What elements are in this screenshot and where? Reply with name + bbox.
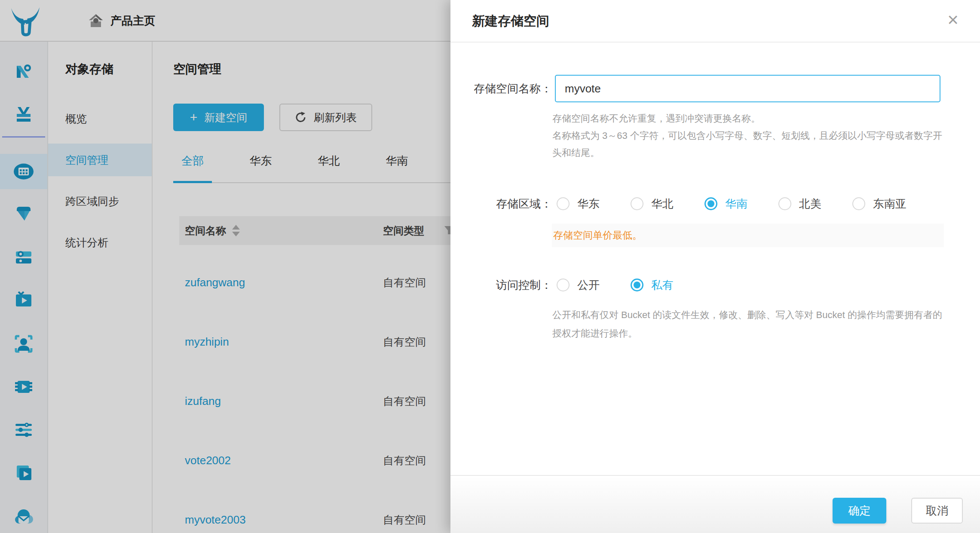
radio-beimei[interactable]: 北美: [778, 196, 821, 211]
radio-circle-icon: [704, 197, 717, 210]
radio-public[interactable]: 公开: [557, 278, 600, 293]
bucket-name-label: 存储空间名称：: [468, 75, 552, 102]
region-price-note: 存储空间单价最低。: [552, 224, 944, 247]
cancel-button[interactable]: 取消: [911, 498, 963, 524]
bucket-name-input[interactable]: [555, 75, 940, 102]
radio-dongnanya[interactable]: 东南亚: [852, 196, 906, 211]
radio-huanan[interactable]: 华南: [704, 196, 747, 211]
bucket-name-help: 存储空间名称不允许重复，遇到冲突请更换名称。 名称格式为 3～63 个字符，可以…: [552, 110, 944, 162]
radio-circle-icon: [557, 197, 570, 210]
radio-huadong[interactable]: 华东: [557, 196, 600, 211]
access-radio-group: 公开 私有: [557, 271, 674, 299]
radio-circle-icon: [631, 197, 643, 210]
access-control-help: 公开和私有仅对 Bucket 的读文件生效，修改、删除、写入等对 Bucket …: [552, 306, 949, 343]
radio-circle-icon: [778, 197, 791, 210]
radio-circle-icon: [852, 197, 865, 210]
qiniu-console-screen: 产品主页: [0, 0, 980, 533]
close-icon[interactable]: ×: [942, 6, 964, 34]
confirm-button[interactable]: 确定: [833, 498, 886, 524]
dialog-footer: 确定 取消: [450, 475, 980, 533]
region-label: 存储区域：: [468, 190, 552, 217]
radio-huabei[interactable]: 华北: [631, 196, 674, 211]
access-control-label: 访问控制：: [468, 271, 552, 299]
dialog-header: 新建存储空间 ×: [450, 0, 980, 43]
radio-private[interactable]: 私有: [631, 278, 674, 293]
region-radio-group: 华东 华北 华南 北美 东南亚: [557, 190, 906, 217]
radio-circle-icon: [631, 279, 643, 291]
dialog-title: 新建存储空间: [472, 0, 549, 42]
radio-circle-icon: [557, 279, 570, 291]
create-bucket-dialog: 新建存储空间 × 存储空间名称： 存储空间名称不允许重复，遇到冲突请更换名称。 …: [450, 0, 980, 533]
